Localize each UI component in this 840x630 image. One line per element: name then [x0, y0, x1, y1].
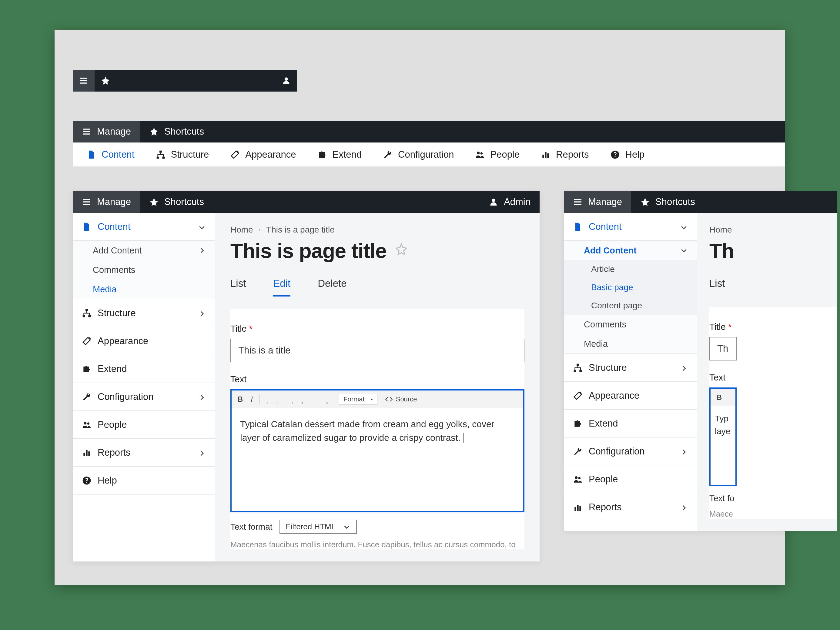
shortcuts-toggle[interactable]: [95, 76, 117, 85]
user-icon: [489, 197, 498, 207]
sidebar-item-media[interactable]: Media: [564, 334, 697, 354]
favorite-toggle[interactable]: [395, 243, 408, 259]
sidebar-item-structure[interactable]: Structure: [564, 354, 697, 382]
bold-button[interactable]: B: [714, 392, 725, 404]
nav-configuration[interactable]: Configuration: [372, 142, 464, 166]
nav-label: Configuration: [398, 149, 454, 160]
canvas-background: Manage Shortcuts Content Structure Appea…: [55, 30, 785, 585]
sidebar-item-appearance[interactable]: Appearance: [564, 382, 697, 410]
hierarchy-icon: [573, 363, 583, 373]
sidebar-item-people[interactable]: People: [564, 465, 697, 493]
sidebar-item-label: Article: [591, 264, 615, 274]
nav-appearance[interactable]: Appearance: [219, 142, 306, 166]
sidebar-item-add-content[interactable]: Add Content: [564, 241, 697, 260]
menu-icon: [573, 197, 583, 207]
sidebar-item-label: Configuration: [589, 446, 644, 457]
sidebar-item-reports[interactable]: Reports: [73, 439, 215, 467]
local-tabs: List Edit Delete: [231, 278, 524, 297]
sidebar-item-label: Reports: [98, 447, 131, 458]
numbered-list-button[interactable]: [298, 395, 306, 403]
admin-user-tab[interactable]: Admin: [480, 191, 540, 213]
text-format-select[interactable]: Filtered HTML: [279, 519, 357, 534]
sidebar-item-extend[interactable]: Extend: [564, 410, 697, 437]
nav-reports[interactable]: Reports: [530, 142, 600, 166]
user-icon: [281, 76, 291, 85]
shortcuts-tab[interactable]: Shortcuts: [631, 191, 704, 213]
sidebar-item-reports[interactable]: Reports: [564, 493, 697, 521]
sidebar-item-people[interactable]: People: [73, 411, 215, 439]
shortcuts-label: Shortcuts: [655, 196, 695, 207]
sidebar-item-label: People: [589, 474, 618, 485]
bullet-list-button[interactable]: [289, 395, 297, 403]
manage-tab[interactable]: Manage: [73, 191, 140, 213]
content-area-b: Home Th List Title * Text B: [697, 213, 837, 531]
image-button[interactable]: [324, 395, 332, 403]
sidebar-item-comments[interactable]: Comments: [73, 260, 215, 279]
italic-button[interactable]: I: [248, 393, 256, 405]
tab-delete[interactable]: Delete: [318, 278, 346, 297]
sidebar-item-label: Add Content: [584, 246, 636, 256]
shortcuts-tab[interactable]: Shortcuts: [140, 121, 213, 142]
tab-edit[interactable]: Edit: [273, 278, 291, 297]
nav-structure[interactable]: Structure: [145, 142, 220, 166]
format-dropdown[interactable]: Format ▾: [339, 394, 377, 405]
file-icon: [82, 222, 92, 232]
menu-icon: [82, 127, 92, 136]
unlink-button[interactable]: [273, 395, 281, 403]
sidebar-item-content-page[interactable]: Content page: [564, 297, 697, 315]
sidebar-item-configuration[interactable]: Configuration: [73, 383, 215, 411]
menu-toggle[interactable]: [73, 70, 95, 92]
star-icon: [640, 197, 650, 207]
manage-tab[interactable]: Manage: [564, 191, 631, 213]
editor-textarea[interactable]: Typ laye: [711, 406, 736, 485]
sidebar-item-basic-page[interactable]: Basic page: [564, 278, 697, 297]
hierarchy-icon: [156, 150, 166, 159]
nav-extend[interactable]: Extend: [307, 142, 373, 166]
manage-tab[interactable]: Manage: [73, 121, 140, 142]
source-button[interactable]: Source: [385, 395, 417, 403]
user-menu-toggle[interactable]: [275, 76, 297, 85]
chevron-right-icon: [198, 449, 206, 456]
horizontal-admin-toolbar: Manage Shortcuts Content Structure Appea…: [73, 121, 785, 167]
tab-list[interactable]: List: [709, 278, 725, 295]
sidebar-item-label: Comments: [584, 319, 626, 330]
nav-help[interactable]: Help: [600, 142, 655, 166]
admin-label: Admin: [504, 196, 531, 207]
breadcrumb-home[interactable]: Home: [709, 225, 732, 235]
toolbar-tabs: Manage Shortcuts: [73, 121, 785, 142]
blockquote-button[interactable]: [314, 395, 322, 403]
sidebar-item-comments[interactable]: Comments: [564, 315, 697, 334]
sidebar-item-label: Media: [584, 339, 608, 349]
title-label: Title *: [709, 322, 837, 332]
shortcuts-tab[interactable]: Shortcuts: [140, 191, 213, 213]
sidebar-item-appearance[interactable]: Appearance: [73, 327, 215, 355]
bold-button[interactable]: B: [235, 393, 246, 405]
separator: [335, 395, 335, 404]
separator: [381, 395, 381, 404]
mini-toolbar: [73, 70, 297, 92]
sidebar-item-content[interactable]: Content: [73, 213, 215, 241]
sidebar-item-add-content[interactable]: Add Content: [73, 241, 215, 260]
breadcrumb-home[interactable]: Home: [231, 225, 253, 235]
chevron-right-icon: ›: [259, 226, 261, 234]
sidebar-item-article[interactable]: Article: [564, 260, 697, 278]
sidebar-item-configuration[interactable]: Configuration: [564, 437, 697, 465]
title-input[interactable]: [709, 337, 737, 360]
sidebar-item-content[interactable]: Content: [564, 213, 697, 241]
sidebar-item-extend[interactable]: Extend: [73, 355, 215, 383]
text-format-row: Text format Filtered HTML: [231, 519, 524, 534]
link-button[interactable]: [264, 395, 271, 403]
content-area-a: Home › This is a page title This is page…: [215, 213, 540, 562]
nav-people[interactable]: People: [464, 142, 530, 166]
editor-textarea[interactable]: Typical Catalan dessert made from cream …: [232, 408, 523, 511]
tab-list[interactable]: List: [231, 278, 246, 297]
source-label: Source: [396, 395, 417, 403]
chevron-down-icon: [343, 523, 351, 531]
title-input[interactable]: [231, 339, 524, 362]
sidebar-item-help[interactable]: Help: [73, 467, 215, 494]
text-editor: B I F: [231, 389, 524, 512]
editor-toolbar: B: [711, 389, 736, 406]
sidebar-item-structure[interactable]: Structure: [73, 299, 215, 327]
sidebar-item-media[interactable]: Media: [73, 279, 215, 299]
nav-content[interactable]: Content: [76, 142, 145, 166]
